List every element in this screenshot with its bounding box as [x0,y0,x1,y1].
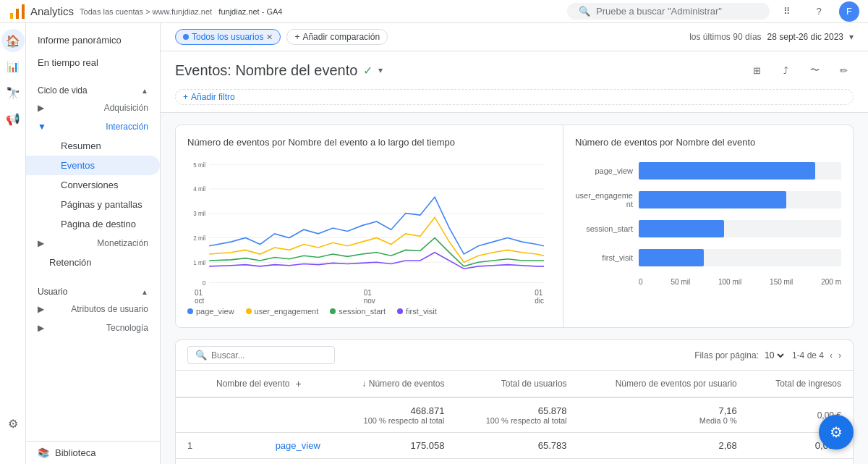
date-dropdown-icon[interactable]: ▾ [849,32,854,42]
property-name[interactable]: funjdiaz.net - GA4 [218,7,282,16]
th-num-events[interactable]: ↓ Número de eventos [332,371,456,397]
cell-row-num: 1 [176,433,205,459]
segment-chips: Todos los usuarios ✕ + Añadir comparació… [175,29,388,45]
svg-text:1 mil: 1 mil [193,258,205,266]
chart-legend: page_view user_engagement session_start … [187,307,551,316]
table-row: 2 user_engagement 145.411 48.031 3,05 0,… [176,459,853,465]
table-search-input[interactable] [211,350,327,360]
sidebar-monetizacion[interactable]: ▶ Monetización [26,234,160,253]
rows-per-page-select[interactable]: 10 25 50 [762,350,786,361]
customize-report-icon[interactable]: ⊞ [746,60,767,80]
rail-explore-icon[interactable]: 🔭 [1,81,25,104]
date-period-label: los últimos 90 días [689,32,761,42]
date-range: los últimos 90 días 28 sept-26 dic 2023 … [689,32,854,42]
search-input[interactable] [596,6,758,17]
th-event-name[interactable]: Nombre del evento + [205,371,332,397]
main-content: Todos los usuarios ✕ + Añadir comparació… [161,23,868,464]
edit-icon[interactable]: ✏ [833,60,854,80]
x-axis-labels: 01oct 01nov 01dic [187,289,551,305]
data-table-section: 🔍 Filas por página: 10 25 50 1-4 de 4 ‹ … [175,339,854,464]
add-comparison-btn[interactable]: + Añadir comparación [286,29,388,45]
sidebar-item-eventos[interactable]: Eventos [26,156,160,175]
share-icon[interactable]: ⤴ [775,60,796,80]
th-total-users[interactable]: Total de usuarios [456,371,578,397]
cell-revenue: 0,00 € [749,459,853,465]
bar-label-user-engagement: user_engagement [575,191,633,208]
svg-text:5 mil: 5 mil [193,161,205,169]
sidebar-item-panorama[interactable]: Informe panorámico [26,29,160,51]
bar-track-user-engagement [639,191,841,208]
sidebar-item-realtime[interactable]: En tiempo real [26,51,160,74]
cell-event-name[interactable]: page_view [205,433,332,459]
title-dropdown-icon[interactable]: ▾ [378,65,383,75]
page-title-actions: ⊞ ⤴ 〜 ✏ [746,60,854,80]
subtotal-row: 468.871 100 % respecto al total 65.878 1… [176,397,853,433]
rail-ads-icon[interactable]: 📢 [1,107,25,130]
apps-button[interactable]: ⠿ [775,0,799,23]
account-info: Todas las cuentas > www.funjdiaz.net fun… [80,7,561,16]
bar-chart-container: page_view user_engagement session_start [575,156,841,292]
cell-per-user: 3,05 [579,459,749,465]
svg-text:3 mil: 3 mil [193,210,205,218]
legend-first-visit: first_visit [397,307,437,316]
rail-home-icon[interactable]: 🏠 [1,29,25,52]
sidebar-item-conversiones[interactable]: Conversiones [26,175,160,195]
sidebar-acquisition[interactable]: ▶ Adquisición [26,98,160,117]
bar-track-first-visit [639,249,841,266]
bar-label-page-view: page_view [575,166,633,175]
th-total-revenue[interactable]: Total de ingresos [749,371,853,397]
add-column-icon[interactable]: + [295,378,301,389]
sidebar-atributos[interactable]: ▶ Atributos de usuario [26,300,160,319]
segment-chip[interactable]: Todos los usuarios ✕ [175,29,281,45]
sidebar-tecnologia[interactable]: ▶ Tecnología [26,319,160,337]
sidebar-interaction[interactable]: ▼ Interacción [26,117,160,136]
page-header: Eventos: Nombre del evento ✓ ▾ ⊞ ⤴ 〜 ✏ [161,51,868,86]
insights-icon[interactable]: 〜 [804,60,825,80]
avatar[interactable]: F [839,1,859,22]
svg-text:4 mil: 4 mil [193,185,205,193]
th-events-per-user[interactable]: Número de eventos por usuario [579,371,749,397]
events-table: Nombre del evento + ↓ Número de eventos … [176,371,853,464]
bar-fill-user-engagement [639,191,786,208]
line-chart-title: Número de eventos por Nombre del evento … [187,137,551,148]
sidebar-lifecycle-header[interactable]: Ciclo de vida ▲ [26,80,160,98]
date-range-value[interactable]: 28 sept-26 dic 2023 [767,32,843,42]
bar-fill-page-view [639,162,815,180]
pagination-control: Filas por página: 10 25 50 1-4 de 4 ‹ › [694,350,841,361]
table-search[interactable]: 🔍 [187,346,335,364]
legend-dot-page-view [187,308,193,314]
bar-row-session-start: session_start [575,220,841,237]
sidebar-item-destino[interactable]: Página de destino [26,214,160,234]
bar-label-session-start: session_start [575,224,633,233]
rail-reports-icon[interactable]: 📊 [1,55,25,78]
line-chart-panel: Número de eventos por Nombre del evento … [176,125,563,327]
rows-per-page: Filas por página: 10 25 50 [694,350,786,361]
prev-page-icon[interactable]: ‹ [830,350,833,360]
account-path: Todas las cuentas > www.funjdiaz.net [80,7,212,16]
sidebar-item-resumen[interactable]: Resumen [26,136,160,156]
rail-config-icon[interactable]: ⚙ [1,412,25,435]
charts-section: Número de eventos por Nombre del evento … [175,125,854,328]
add-filter-button[interactable]: + Añadir filtro [175,89,854,105]
sub-header: Todos los usuarios ✕ + Añadir comparació… [161,23,868,51]
sidebar-item-paginas[interactable]: Páginas y pantallas [26,195,160,214]
sidebar-item-retencion[interactable]: Retención [26,253,160,272]
sidebar-biblioteca[interactable]: 📚 Biblioteca [26,441,160,464]
settings-fab[interactable]: ⚙ [819,415,854,450]
search-icon: 🔍 [579,6,590,17]
legend-page-view: page_view [187,307,234,316]
cell-users: 48.031 [456,459,578,465]
cell-per-user: 2,68 [579,433,749,459]
next-page-icon[interactable]: › [838,350,841,360]
help-button[interactable]: ? [807,0,830,23]
bar-label-first-visit: first_visit [575,253,633,262]
sidebar-user-header[interactable]: Usuario ▲ [26,281,160,300]
bar-row-user-engagement: user_engagement [575,191,841,208]
bar-row-first-visit: first_visit [575,249,841,266]
cell-event-name[interactable]: user_engagement [205,459,332,465]
search-bar[interactable]: 🔍 [567,3,770,20]
analytics-logo-icon [9,3,26,20]
pagination-range: 1-4 de 4 [792,350,824,360]
chip-close-icon[interactable]: ✕ [266,33,273,42]
plus-icon: + [294,32,299,42]
